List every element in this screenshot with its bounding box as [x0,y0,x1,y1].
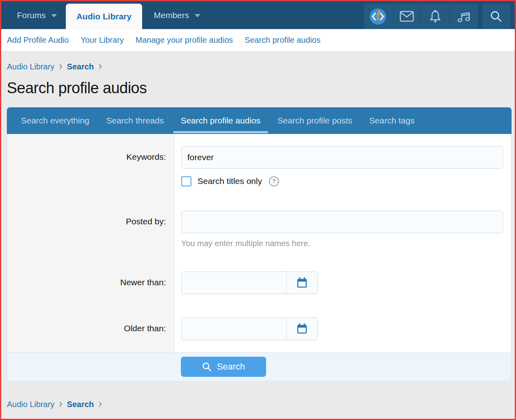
search-toggle-button[interactable] [482,4,510,29]
page-title: Search profile audios [7,78,509,98]
breadcrumb-search[interactable]: Search [67,62,94,71]
music-notes-icon [457,10,471,23]
tab-search-profile-audios[interactable]: Search profile audios [172,107,269,134]
keywords-input[interactable] [181,146,503,169]
titles-only-label: Search titles only [197,176,262,186]
keywords-label: Keywords: [7,134,174,199]
older-than-group [181,318,318,340]
subnav-add-profile-audio[interactable]: Add Profile Audio [7,36,69,45]
bell-icon [429,10,442,23]
help-icon[interactable]: ? [269,176,279,186]
tab-search-tags[interactable]: Search tags [361,107,423,134]
newer-than-input[interactable] [182,272,286,294]
search-panel: Search everything Search threads Search … [7,107,512,381]
older-than-label: Older than: [7,306,174,352]
search-submit-button[interactable]: Search [181,357,266,377]
envelope-icon [400,11,414,22]
calendar-icon [296,277,308,288]
user-avatar-button[interactable] [364,4,392,29]
newer-than-calendar-button[interactable] [286,272,317,294]
user-icon-group [364,4,478,29]
search-form: Keywords: Search titles only ? Posted by… [7,134,512,352]
browser-page: Forums Audio Library Members [0,0,516,420]
footer-breadcrumb: Audio Library Search [7,398,509,410]
messages-button[interactable] [392,4,421,29]
keywords-cell: Search titles only ? [174,134,511,199]
navbar-icon-area [364,1,510,29]
nav-item-forums[interactable]: Forums [16,1,58,29]
older-than-input[interactable] [182,318,286,340]
chevron-right-icon [59,64,63,69]
subnav-your-library[interactable]: Your Library [80,36,124,45]
calendar-icon [296,323,308,334]
alerts-button[interactable] [421,4,449,29]
tab-search-everything[interactable]: Search everything [13,107,98,134]
subnav-manage-profile-audios[interactable]: Manage your profile audios [136,36,233,45]
breadcrumb-audio-library[interactable]: Audio Library [7,62,55,71]
main-navbar: Forums Audio Library Members [1,1,515,29]
main-nav-tabs: Forums Audio Library Members [1,1,201,29]
user-avatar [369,8,387,25]
chevron-down-icon [51,14,57,17]
form-footer: Search [7,352,512,381]
newer-than-label: Newer than: [7,260,174,306]
nav-item-label: Audio Library [76,12,132,21]
posted-by-input[interactable] [181,211,503,233]
search-button-label: Search [217,361,245,372]
nav-item-audio-library[interactable]: Audio Library [66,4,142,29]
breadcrumb-search[interactable]: Search [67,400,94,409]
tab-search-threads[interactable]: Search threads [98,107,172,134]
newer-than-cell [174,260,511,306]
nav-item-label: Forums [17,10,46,20]
search-tabbar: Search everything Search threads Search … [7,107,512,134]
search-icon [489,10,503,23]
chevron-right-icon [99,64,102,69]
nav-item-label: Members [154,10,189,20]
subnav-search-profile-audios[interactable]: Search profile audios [245,36,321,45]
nav-item-members[interactable]: Members [153,1,201,29]
posted-by-cell: You may enter multiple names here. [174,199,511,260]
older-than-cell [174,306,511,352]
chevron-down-icon [195,14,200,17]
older-than-calendar-button[interactable] [286,318,317,340]
breadcrumb: Audio Library Search [7,61,509,73]
secondary-navbar: Add Profile Audio Your Library Manage yo… [1,29,515,52]
tab-search-profile-posts[interactable]: Search profile posts [269,107,361,134]
newer-than-group [181,272,318,294]
posted-by-label: Posted by: [7,199,174,260]
audio-player-button[interactable] [449,4,478,29]
posted-by-hint: You may enter multiple names here. [181,239,503,248]
titles-only-checkbox[interactable] [181,176,191,186]
page-content: Audio Library Search Search profile audi… [1,52,515,410]
titles-only-row: Search titles only ? [181,175,503,187]
search-icon [202,362,212,372]
chevron-right-icon [99,401,102,407]
breadcrumb-audio-library[interactable]: Audio Library [7,400,55,409]
chevron-right-icon [59,401,63,407]
